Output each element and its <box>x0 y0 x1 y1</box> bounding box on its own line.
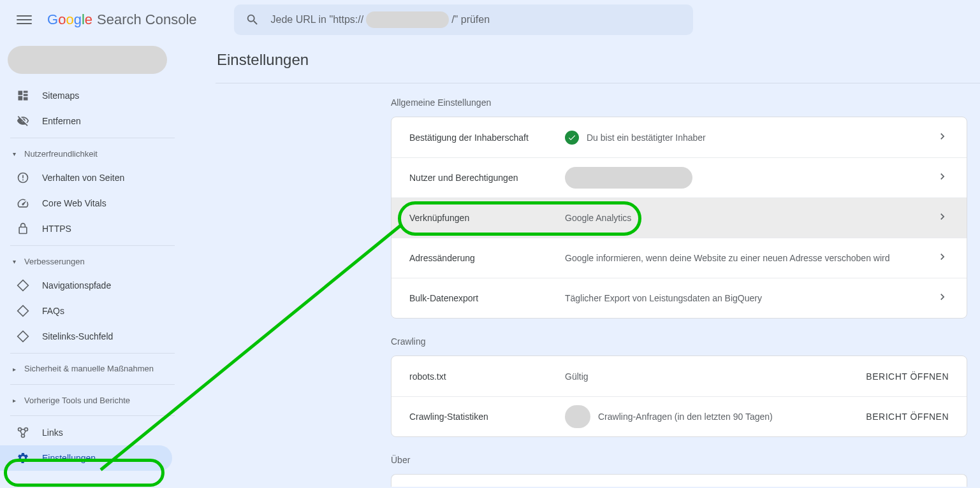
speed-icon <box>17 197 29 210</box>
row-title: Nutzer und Berechtigungen <box>409 173 565 183</box>
sidebar-item-label: Links <box>42 427 63 438</box>
sidebar-item-sitemaps[interactable]: Sitemaps <box>0 83 172 108</box>
row-address[interactable]: Adressänderung Google informieren, wenn … <box>391 238 967 278</box>
section-label-general: Allgemeine Einstellungen <box>391 97 967 108</box>
sidebar-item-label: HTTPS <box>42 224 71 234</box>
hamburger-menu-icon[interactable] <box>10 6 38 34</box>
visibility-off-icon <box>17 115 29 127</box>
row-description: Crawling-Anfragen (in den letzten 90 Tag… <box>565 405 866 428</box>
sidebar-section-nutzerfreundlichkeit[interactable]: ▾ Nutzerfreundlichkeit <box>0 142 172 165</box>
search-placeholder-text: Jede URL in "https:// /" prüfen <box>271 11 490 28</box>
row-description: Google Analytics <box>565 213 936 223</box>
links-icon <box>17 426 29 439</box>
redacted-value <box>565 167 692 189</box>
divider <box>10 384 175 385</box>
chevron-right-icon <box>936 250 949 266</box>
sidebar-item-einstellungen[interactable]: Einstellungen <box>0 445 172 471</box>
sidebar-item-label: Einstellungen <box>42 453 96 463</box>
row-associations[interactable]: Verknüpfungen Google Analytics <box>391 197 967 238</box>
diamond-icon <box>17 305 29 317</box>
row-title: Verknüpfungen <box>409 213 565 223</box>
section-label: Verbesserungen <box>24 257 85 266</box>
chevron-right-icon <box>936 130 949 145</box>
row-users[interactable]: Nutzer und Berechtigungen <box>391 157 967 197</box>
sidebar-item-verhalten[interactable]: Verhalten von Seiten <box>0 165 172 190</box>
row-bulk[interactable]: Bulk-Datenexport Täglicher Export von Le… <box>391 278 967 318</box>
sidebar: Sitemaps Entfernen ▾ Nutzerfreundlichkei… <box>0 39 185 488</box>
section-label: Sicherheit & manuelle Maßnahmen <box>24 364 154 375</box>
page-experience-icon <box>17 171 29 184</box>
sidebar-item-https[interactable]: HTTPS <box>0 216 172 241</box>
section-label: Vorherige Tools und Berichte <box>24 396 130 405</box>
diamond-icon <box>17 279 29 292</box>
about-card <box>391 474 967 487</box>
sidebar-item-cwv[interactable]: Core Web Vitals <box>0 190 172 216</box>
sidebar-item-sitelinks[interactable]: Sitelinks-Suchfeld <box>0 324 172 349</box>
gear-icon <box>17 452 29 464</box>
svg-point-3 <box>22 434 25 438</box>
divider <box>10 245 175 246</box>
product-name: Search Console <box>97 11 197 28</box>
svg-point-1 <box>18 428 22 431</box>
section-label-about: Über <box>391 455 967 465</box>
divider <box>10 353 175 354</box>
section-label-crawling: Crawling <box>391 336 967 347</box>
url-inspection-search[interactable]: Jede URL in "https:// /" prüfen <box>234 4 693 35</box>
chevron-right-icon <box>936 170 949 185</box>
sidebar-item-faqs[interactable]: FAQs <box>0 298 172 324</box>
row-description: Gültig <box>565 371 866 382</box>
open-report-link[interactable]: BERICHT ÖFFNEN <box>866 412 949 422</box>
diamond-icon <box>17 330 29 343</box>
chevron-right-icon: ▸ <box>13 397 19 404</box>
sidebar-item-label: Sitelinks-Suchfeld <box>42 331 113 341</box>
divider <box>10 138 175 138</box>
sidebar-item-label: Sitemaps <box>42 90 79 101</box>
sidebar-section-sicherheit[interactable]: ▸ Sicherheit & manuelle Maßnahmen <box>0 357 172 380</box>
row-description: Täglicher Export von Leistungsdaten an B… <box>565 293 936 303</box>
row-title: Bulk-Datenexport <box>409 293 565 303</box>
row-description: Google informieren, wenn deine Website z… <box>565 253 936 263</box>
sidebar-item-entfernen[interactable]: Entfernen <box>0 108 172 134</box>
logo[interactable]: Google Search Console <box>47 11 197 28</box>
chevron-right-icon <box>936 210 949 226</box>
redacted-value <box>565 405 590 428</box>
sidebar-item-label: FAQs <box>42 306 64 316</box>
sidebar-section-verbesserungen[interactable]: ▾ Verbesserungen <box>0 250 172 273</box>
search-icon <box>245 13 260 27</box>
row-robots[interactable]: robots.txt Gültig BERICHT ÖFFNEN <box>391 356 967 396</box>
open-report-link[interactable]: BERICHT ÖFFNEN <box>866 371 949 382</box>
sidebar-item-label: Entfernen <box>42 116 81 126</box>
main-content: Einstellungen Allgemeine Einstellungen B… <box>216 39 980 488</box>
sidebar-item-nav[interactable]: Navigationspfade <box>0 273 172 298</box>
section-label: Nutzerfreundlichkeit <box>24 149 98 159</box>
page-title: Einstellungen <box>216 39 980 83</box>
sitemaps-icon <box>17 89 29 102</box>
redacted-domain <box>366 11 449 28</box>
app-header: Google Search Console Jede URL in "https… <box>0 0 980 39</box>
row-crawlstats[interactable]: Crawling-Statistiken Crawling-Anfragen (… <box>391 396 967 436</box>
sidebar-section-vorherige[interactable]: ▸ Vorherige Tools und Berichte <box>0 389 172 412</box>
sidebar-item-label: Navigationspfade <box>42 280 111 291</box>
sidebar-item-label: Core Web Vitals <box>42 198 106 208</box>
sidebar-item-links[interactable]: Links <box>0 420 172 445</box>
row-description <box>565 167 936 189</box>
chevron-right-icon <box>936 291 949 306</box>
row-title: Bestätigung der Inhaberschaft <box>409 133 565 143</box>
row-title: robots.txt <box>409 371 565 382</box>
divider <box>10 415 175 416</box>
check-circle-icon <box>565 131 579 145</box>
chevron-down-icon: ▾ <box>13 150 19 157</box>
row-title: Adressänderung <box>409 253 565 263</box>
row-description: Du bist ein bestätigter Inhaber <box>565 131 936 145</box>
row-ownership[interactable]: Bestätigung der Inhaberschaft Du bist ei… <box>391 117 967 157</box>
chevron-down-icon: ▾ <box>13 258 19 265</box>
row-title: Crawling-Statistiken <box>409 412 565 422</box>
svg-point-2 <box>25 428 28 431</box>
crawling-card: robots.txt Gültig BERICHT ÖFFNEN Crawlin… <box>391 355 967 437</box>
sidebar-item-label: Verhalten von Seiten <box>42 173 124 183</box>
property-selector[interactable] <box>8 46 167 74</box>
general-settings-card: Bestätigung der Inhaberschaft Du bist ei… <box>391 117 967 319</box>
google-logo: Google <box>47 11 92 28</box>
chevron-right-icon: ▸ <box>13 366 19 373</box>
lock-icon <box>17 222 29 235</box>
